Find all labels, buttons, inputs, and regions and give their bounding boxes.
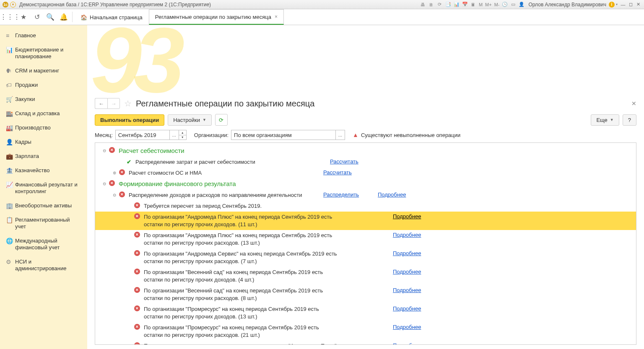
more-button[interactable]: Еще▼: [591, 114, 619, 126]
tree-row[interactable]: ✕Требуется пересчет за период Сентябрь 2…: [95, 201, 636, 212]
sidebar-item[interactable]: 🗣CRM и маркетинг: [0, 64, 87, 78]
expand-icon[interactable]: ⊕: [111, 169, 118, 177]
info-dd-icon[interactable]: ▾: [615, 3, 619, 6]
tab-home[interactable]: 🏠 Начальная страница: [74, 9, 149, 25]
org-picker-button[interactable]: …: [336, 130, 345, 140]
memory-m[interactable]: M: [478, 2, 484, 7]
action-link[interactable]: Рассчитать: [323, 169, 352, 176]
details-link[interactable]: Подробнее: [393, 269, 421, 275]
action-link[interactable]: Рассчитать: [330, 158, 358, 165]
nav-label: Продажи: [15, 82, 38, 88]
compare-icon[interactable]: 📑: [444, 1, 452, 8]
tree-row[interactable]: ✕По организации "Промресурс" на конец пе…: [95, 304, 636, 322]
tab-label: Начальная страница: [90, 14, 143, 21]
tree-row-text: Формирование финансового результата: [116, 180, 313, 188]
panel-icon[interactable]: ▭: [509, 1, 517, 8]
details-link[interactable]: Подробнее: [393, 213, 421, 220]
tree-row[interactable]: ✕По организации "Андромеда Плюс" на коне…: [95, 230, 636, 248]
org-input[interactable]: По всем организациям: [231, 130, 336, 140]
sidebar-item[interactable]: 🛒Закупки: [0, 92, 87, 106]
close-window-button[interactable]: ✕: [635, 2, 641, 8]
favorites-icon[interactable]: ★: [17, 9, 30, 25]
status-icon: ✕: [133, 342, 141, 344]
sidebar-item[interactable]: 💼Зарплата: [0, 149, 87, 163]
page-close-icon[interactable]: ✕: [631, 100, 636, 107]
tab-close-icon[interactable]: ×: [275, 14, 278, 20]
group-link[interactable]: Расчет себестоимости: [119, 147, 184, 154]
tree-row[interactable]: ✕По организации "Весенний сад" на конец …: [95, 267, 636, 285]
tree-row[interactable]: ⊖✕Расчет себестоимости: [95, 145, 636, 157]
expand-icon[interactable]: ⊖: [111, 191, 118, 199]
tree-row[interactable]: ✕При распределение доходов и расходов по…: [95, 341, 636, 344]
history-icon[interactable]: ↺: [30, 9, 44, 25]
memory-mminus[interactable]: M-: [493, 2, 501, 7]
nav-forward-button[interactable]: →: [107, 98, 120, 109]
calculator-icon[interactable]: 🖩: [470, 1, 477, 8]
tab-month-close[interactable]: Регламентные операции по закрытию месяца…: [149, 9, 284, 25]
action-link[interactable]: Распределить: [323, 191, 359, 198]
details-link[interactable]: Подробнее: [378, 191, 406, 198]
details-link[interactable]: Подробнее: [393, 250, 421, 256]
print-icon[interactable]: 🖶: [419, 1, 427, 8]
month-picker-button[interactable]: …: [170, 130, 179, 140]
sidebar-item[interactable]: 🏢Внеоборотные активы: [0, 199, 87, 213]
sidebar-item[interactable]: 🏦Казначейство: [0, 163, 87, 178]
apps-icon[interactable]: ⋮⋮⋮: [3, 9, 17, 25]
sidebar-item[interactable]: ≡Главное: [0, 28, 87, 43]
minimize-button[interactable]: —: [620, 2, 626, 8]
calendar-icon[interactable]: 📅: [461, 1, 469, 8]
tree-row[interactable]: ✕По организации "Промресурс" на конец пе…: [95, 322, 636, 341]
month-down-icon[interactable]: ▼: [179, 135, 186, 140]
maximize-button[interactable]: ◻: [627, 2, 634, 8]
sidebar-item[interactable]: 🏭Производство: [0, 121, 87, 135]
nav-icon: 💼: [6, 153, 15, 160]
app-dropdown-icon[interactable]: ▾: [10, 2, 16, 8]
tree-row[interactable]: ⊖✕Распределение доходов и расходов по на…: [95, 190, 636, 201]
sidebar-item[interactable]: 👤Кадры: [0, 135, 87, 149]
sidebar-item[interactable]: 🏬Склад и доставка: [0, 106, 87, 121]
month-up-icon[interactable]: ▲: [179, 130, 186, 135]
sidebar-item[interactable]: 📋Регламентированный учет: [0, 213, 87, 234]
refresh-button[interactable]: ⟳: [215, 114, 228, 126]
memory-mplus[interactable]: M+: [484, 2, 493, 7]
month-input[interactable]: Сентябрь 2019: [115, 130, 170, 140]
details-link[interactable]: Подробнее: [393, 232, 421, 238]
tree-row[interactable]: ⊖✕Формирование финансового результата: [95, 178, 636, 190]
sidebar-item[interactable]: 🌐Международный финансовый учет: [0, 234, 87, 255]
tree-row[interactable]: ✕По организации "Андромеда Сервис" на ко…: [95, 248, 636, 267]
sidebar-item[interactable]: ⚙НСИ и администрирование: [0, 255, 87, 276]
favorite-star-icon[interactable]: ☆: [124, 98, 132, 109]
nav-back-button[interactable]: ←: [95, 98, 107, 109]
search-icon[interactable]: 🔍: [44, 9, 57, 25]
expand-icon[interactable]: ⊖: [101, 180, 108, 188]
toolbar: Выполнить операции Настройки▼ ⟳ Еще▼ ?: [95, 114, 636, 126]
tree-row[interactable]: ✕По организации "Андромеда Плюс" на коне…: [95, 212, 636, 230]
preview-icon[interactable]: 🗎: [428, 1, 435, 8]
help-button[interactable]: ?: [623, 114, 636, 126]
tree-row[interactable]: ⊕✕Расчет стоимости ОС и НМАРассчитать: [95, 168, 636, 178]
info-icon[interactable]: i: [609, 2, 615, 8]
details-link[interactable]: Подробнее: [393, 324, 421, 330]
sidebar-item[interactable]: 📊Бюджетирование и планирование: [0, 43, 87, 64]
month-stepper[interactable]: ▲ ▼: [179, 130, 187, 140]
current-user[interactable]: Орлов Александр Владимирович: [528, 2, 606, 8]
nav-icon: 🏦: [6, 167, 15, 174]
details-link[interactable]: Подробнее: [393, 305, 421, 312]
stats-icon[interactable]: 📊: [453, 1, 460, 8]
settings-button[interactable]: Настройки▼: [168, 114, 212, 126]
sidebar-item[interactable]: 📈Финансовый результат и контроллинг: [0, 178, 87, 199]
tree-row[interactable]: ✕По организации "Весенний сад" на конец …: [95, 285, 636, 304]
clock-icon[interactable]: 🕓: [501, 1, 509, 8]
refresh-icon[interactable]: ⟳: [436, 1, 444, 8]
tree-scroll[interactable]: ⊖✕Расчет себестоимости✔Распределение зат…: [95, 143, 636, 344]
execute-button[interactable]: Выполнить операции: [95, 114, 164, 126]
tree-row[interactable]: ✔Распределение затрат и расчет себестоим…: [95, 157, 636, 168]
group-link[interactable]: Формирование финансового результата: [119, 180, 236, 187]
notifications-icon[interactable]: 🔔: [57, 9, 70, 25]
details-link[interactable]: Подробнее: [393, 342, 421, 344]
tree-row-text: По организации "Андромеда Сервис" на кон…: [141, 250, 338, 265]
details-link[interactable]: Подробнее: [393, 287, 421, 293]
nav-icon: 🛒: [6, 96, 15, 103]
expand-icon[interactable]: ⊖: [101, 147, 108, 155]
sidebar-item[interactable]: 🏷Продажи: [0, 78, 87, 92]
